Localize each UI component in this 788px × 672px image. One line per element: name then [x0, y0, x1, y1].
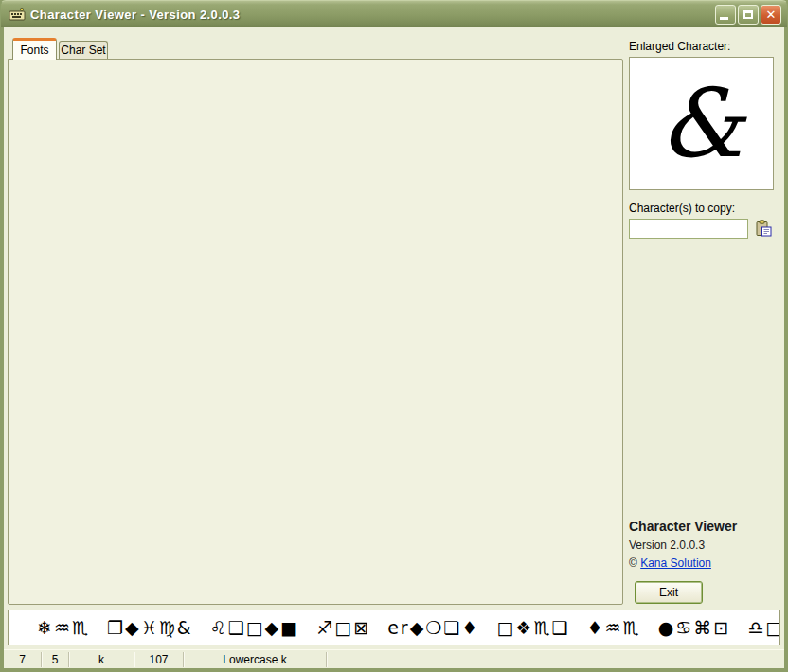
characters-to-copy-label: Character(s) to copy:	[629, 202, 735, 215]
app-window: Character Viewer - Version 2.0.0.3 ✕ Fon…	[0, 0, 788, 672]
about-version: Version 2.0.0.3	[629, 539, 705, 552]
exit-button[interactable]: Exit	[635, 581, 703, 604]
copy-to-clipboard-icon[interactable]	[756, 220, 772, 237]
copyright-symbol: ©	[629, 557, 640, 570]
keyboard-icon	[9, 7, 26, 22]
minimize-button[interactable]	[715, 5, 736, 25]
tab-fonts[interactable]: Fonts	[12, 38, 57, 60]
kana-solution-link[interactable]: Kana Solution	[640, 557, 711, 570]
title-bar: Character Viewer - Version 2.0.0.3 ✕	[0, 0, 788, 27]
status-bar: 7 5 k 107 Lowercase k	[4, 649, 784, 668]
close-icon: ✕	[766, 9, 777, 21]
status-code: 107	[134, 652, 184, 667]
window-content: Fonts Char Set Fonts: Wingdings B I Char…	[4, 27, 784, 668]
enlarged-character-box: &	[629, 57, 774, 190]
status-description: Lowercase k	[184, 652, 327, 667]
characters-to-copy-input[interactable]	[629, 219, 748, 239]
sample-text-bar: ❄♒♏ ❐◆♓♍& ♌❑□◆■ ♐□⊠ er◆❍❏♦ □❖♏❑ ♦♒♏ ●♋⌘⊡…	[8, 610, 780, 645]
minimize-icon	[720, 17, 728, 20]
status-spacer	[327, 652, 784, 667]
status-column: 5	[42, 652, 69, 667]
maximize-button[interactable]	[738, 5, 759, 25]
tab-char-set[interactable]: Char Set	[59, 41, 108, 60]
about-app-title: Character Viewer	[629, 519, 737, 534]
copyright-line: © Kana Solution	[629, 557, 711, 570]
fonts-tab-page	[8, 59, 623, 605]
status-character: k	[69, 652, 134, 667]
enlarged-character-label: Enlarged Character:	[629, 40, 730, 53]
enlarged-character-glyph: &	[659, 77, 743, 171]
close-button[interactable]: ✕	[761, 5, 781, 25]
maximize-icon	[743, 10, 753, 19]
window-title: Character Viewer - Version 2.0.0.3	[30, 8, 715, 22]
status-row: 7	[4, 652, 42, 667]
